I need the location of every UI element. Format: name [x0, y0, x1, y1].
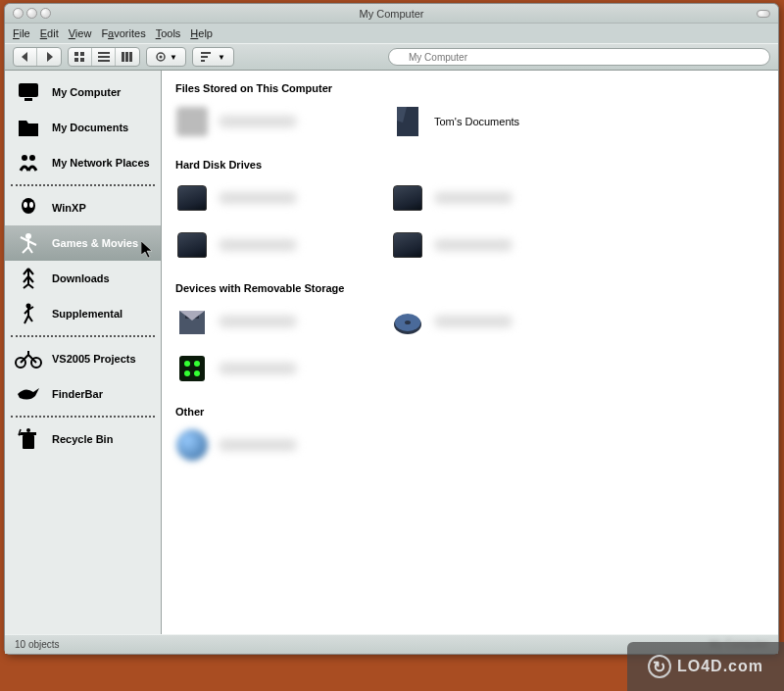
search-input[interactable] — [388, 48, 770, 66]
view-columns-button[interactable] — [116, 48, 139, 66]
sidebar-item-downloads[interactable]: Downloads — [5, 261, 161, 296]
people-icon — [15, 149, 42, 176]
cursor-icon — [141, 241, 155, 261]
sidebar-item-label: Games & Movies — [52, 237, 138, 249]
sidebar-item-my-computer[interactable]: My Computer — [5, 74, 161, 110]
window-title: My Computer — [5, 8, 778, 20]
svg-rect-27 — [21, 432, 36, 435]
grid-icon — [74, 52, 86, 62]
sidebar-item-label: Recycle Bin — [52, 433, 113, 445]
toolbar: ▼ ▼ — [5, 43, 778, 71]
action-menu-button[interactable]: ▼ — [146, 47, 186, 67]
sidebar-separator — [11, 335, 155, 337]
section-header: Devices with Removable Storage — [175, 278, 764, 300]
status-count: 10 objects — [15, 639, 60, 650]
titlebar[interactable]: My Computer — [5, 4, 778, 24]
collapse-button[interactable] — [757, 10, 770, 18]
runner-icon — [15, 300, 42, 327]
svg-rect-16 — [24, 98, 32, 101]
sidebar-item-label: My Network Places — [52, 157, 150, 169]
svg-rect-5 — [98, 56, 110, 58]
sidebar-item-supplemental[interactable]: Supplemental — [5, 296, 161, 331]
content-item[interactable] — [391, 225, 587, 265]
device-icon — [175, 352, 209, 385]
arrange-menu-button[interactable]: ▼ — [192, 47, 234, 67]
svg-rect-8 — [125, 52, 128, 62]
alien-icon — [15, 194, 42, 222]
zoom-button[interactable] — [40, 8, 51, 19]
section-header: Files Stored on This Computer — [175, 78, 764, 100]
folder-blur-icon — [175, 105, 209, 138]
sidebar-item-label: Downloads — [52, 272, 110, 284]
svg-rect-0 — [74, 52, 78, 56]
sidebar-separator — [11, 416, 155, 418]
content-item[interactable] — [175, 302, 371, 341]
sidebar-item-winxp[interactable]: WinXP — [5, 190, 161, 225]
content-item[interactable] — [175, 102, 371, 141]
bird-icon — [15, 380, 42, 408]
svg-point-23 — [26, 304, 31, 309]
svg-rect-6 — [98, 60, 110, 62]
view-list-button[interactable] — [92, 48, 116, 66]
content-item[interactable] — [175, 225, 371, 265]
svg-point-34 — [405, 321, 411, 324]
menu-file[interactable]: File — [13, 27, 30, 39]
sidebar-item-recycle-bin[interactable]: Recycle Bin — [5, 421, 161, 457]
minimize-button[interactable] — [26, 8, 37, 19]
menu-view[interactable]: View — [69, 27, 92, 39]
svg-rect-26 — [23, 435, 34, 449]
item-label — [219, 316, 297, 327]
svg-rect-12 — [201, 52, 211, 54]
window-controls — [5, 8, 51, 19]
content-item[interactable] — [175, 425, 371, 465]
menubar: File Edit View Favorites Tools Help — [5, 24, 778, 43]
item-label — [219, 192, 297, 204]
sidebar-item-my-documents[interactable]: My Documents — [5, 110, 161, 145]
sidebar-item-label: My Documents — [52, 122, 128, 133]
svg-point-28 — [26, 428, 30, 432]
sidebar-item-vs2005-projects[interactable]: VS2005 Projects — [5, 341, 161, 376]
sidebar-item-label: VS2005 Projects — [52, 353, 136, 365]
back-button[interactable] — [14, 48, 37, 66]
optical-icon — [391, 305, 424, 338]
drive-icon — [175, 181, 209, 215]
sidebar-item-finderbar[interactable]: FinderBar — [5, 376, 161, 412]
folder-icon — [15, 114, 42, 141]
sidebar-item-label: WinXP — [52, 202, 86, 214]
sidebar-separator — [11, 184, 155, 186]
drive-icon — [391, 181, 424, 215]
sidebar-item-my-network-places[interactable]: My Network Places — [5, 145, 161, 180]
item-label — [434, 192, 513, 204]
content-area: Files Stored on This ComputerTom's Docum… — [162, 71, 778, 634]
content-item[interactable] — [391, 302, 587, 341]
sidebar-item-games-movies[interactable]: Games & Movies — [5, 225, 161, 261]
svg-point-11 — [160, 56, 163, 59]
sidebar-item-label: FinderBar — [52, 388, 103, 400]
menu-help[interactable]: Help — [190, 27, 213, 39]
svg-point-18 — [29, 155, 35, 161]
content-item[interactable] — [175, 178, 371, 218]
menu-favorites[interactable]: Favorites — [101, 27, 145, 39]
content-item[interactable] — [391, 178, 587, 218]
close-button[interactable] — [13, 8, 24, 19]
forward-button[interactable] — [37, 48, 61, 66]
back-icon — [22, 52, 29, 62]
monitor-icon — [15, 78, 42, 106]
down-icon — [15, 265, 42, 292]
view-buttons — [68, 47, 140, 67]
item-label — [219, 239, 297, 251]
section-items — [175, 300, 764, 402]
svg-point-39 — [194, 370, 200, 376]
folder-dark-icon — [391, 105, 424, 138]
sidebar: My ComputerMy DocumentsMy Network Places… — [5, 71, 162, 634]
menu-tools[interactable]: Tools — [156, 27, 181, 39]
menu-edit[interactable]: Edit — [40, 27, 59, 39]
view-icons-button[interactable] — [69, 48, 92, 66]
drive-icon — [391, 228, 424, 262]
search-box — [388, 48, 770, 66]
item-label — [219, 116, 297, 127]
content-item[interactable]: Tom's Documents — [391, 102, 587, 141]
bike-icon — [15, 345, 42, 372]
svg-point-37 — [194, 361, 200, 367]
content-item[interactable] — [175, 349, 371, 388]
